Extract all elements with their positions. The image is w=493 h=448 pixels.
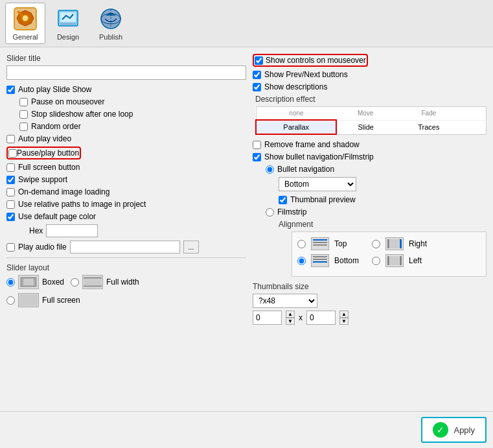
general-icon <box>12 6 38 32</box>
align-left-radio[interactable] <box>372 257 380 265</box>
svg-rect-11 <box>84 279 102 285</box>
align-right-radio[interactable] <box>372 240 380 248</box>
filmstrip-radio[interactable] <box>266 208 274 217</box>
layout-options: Boxed Full width <box>6 275 246 289</box>
bottom-dropdown[interactable]: Bottom Top Left Right <box>279 177 356 191</box>
slider-title-input[interactable] <box>6 65 246 80</box>
boxed-icon <box>18 275 39 289</box>
svg-rect-4 <box>60 23 76 25</box>
auto-play-checkbox[interactable] <box>6 86 15 94</box>
slider-layout-section: Slider layout Boxed <box>6 263 246 307</box>
use-default-color-checkbox[interactable] <box>6 213 15 221</box>
thumbnails-size-label: Thumbnails size <box>253 282 487 291</box>
remove-frame-checkbox[interactable] <box>253 141 261 149</box>
show-controls-checkbox[interactable] <box>255 56 263 65</box>
play-audio-label: Play audio file <box>18 242 67 252</box>
full-screen-button-checkbox[interactable] <box>6 163 15 172</box>
audio-file-input[interactable] <box>70 241 180 253</box>
content-area: Slider title Auto play Slide Show Pause … <box>0 47 493 411</box>
stop-slideshow-label: Stop slideshow after one loop <box>31 110 133 119</box>
effect-slide[interactable]: Slide <box>336 120 394 134</box>
show-descriptions-checkbox[interactable] <box>253 83 261 91</box>
tab-design-label: Design <box>57 33 79 41</box>
align-bottom-radio[interactable] <box>297 257 306 265</box>
align-left-label: Left <box>409 256 422 265</box>
pause-play-row: Pause/play button <box>6 147 246 159</box>
use-relative-row: Use relative paths to image in project <box>6 200 246 209</box>
svg-rect-9 <box>23 279 34 285</box>
full-screen-layout-radio[interactable] <box>6 296 15 305</box>
thumb-width-down[interactable]: ▼ <box>286 318 295 325</box>
thumb-height-input[interactable] <box>306 311 336 325</box>
effect-parallax[interactable]: Parallax <box>256 120 336 134</box>
align-top-radio[interactable] <box>297 240 306 248</box>
size-dropdown[interactable]: ?x48 48x? 48x48 <box>253 294 317 308</box>
auto-play-video-label: Auto play video <box>18 134 71 143</box>
thumb-height-up[interactable]: ▲ <box>339 311 349 318</box>
full-screen-layout-icon <box>18 293 39 307</box>
full-width-radio[interactable] <box>71 278 79 287</box>
thumb-width-up[interactable]: ▲ <box>286 311 295 318</box>
stop-slideshow-row: Stop slideshow after one loop <box>19 110 246 119</box>
effect-header-empty <box>463 107 487 121</box>
random-order-checkbox[interactable] <box>19 123 28 131</box>
alignment-section: Alignment Top <box>279 220 487 277</box>
swipe-support-checkbox[interactable] <box>6 176 15 184</box>
pause-mouseover-checkbox[interactable] <box>19 98 28 106</box>
full-screen-button-label: Full screen button <box>18 163 80 172</box>
effect-header-none: none <box>256 107 336 121</box>
on-demand-label: On-demand image loading <box>18 187 109 196</box>
random-order-row: Random order <box>19 122 246 131</box>
thumbnail-preview-checkbox[interactable] <box>279 196 287 204</box>
browse-button[interactable]: ... <box>183 241 199 253</box>
align-top-right-row: Top Right <box>297 237 481 250</box>
show-bullet-row: Show bullet navigation/Filmstrip <box>253 152 487 161</box>
boxed-option: Boxed <box>6 275 64 289</box>
auto-play-video-checkbox[interactable] <box>6 135 15 143</box>
bullet-nav-radio[interactable] <box>266 165 274 174</box>
random-order-label: Random order <box>31 122 81 131</box>
show-controls-section: Show controls on mouseover Show Prev/Nex… <box>253 54 487 135</box>
tab-design[interactable]: Design <box>48 3 88 44</box>
hex-input[interactable] <box>46 224 98 237</box>
show-controls-label: Show controls on mouseover <box>266 56 366 65</box>
alignment-grid: Top Right <box>292 231 487 277</box>
alignment-label: Alignment <box>279 220 487 229</box>
align-bottom-icon <box>311 254 329 267</box>
full-screen-button-row: Full screen button <box>6 163 246 172</box>
show-controls-row: Show controls on mouseover <box>253 54 487 67</box>
thumbnail-preview-row: Thumbnail preview <box>279 195 487 204</box>
thumb-height-down[interactable]: ▼ <box>339 318 349 325</box>
bullet-nav-label: Bullet navigation <box>277 165 334 174</box>
effect-header-fade: Fade <box>395 107 463 121</box>
design-icon <box>55 6 81 32</box>
use-relative-checkbox[interactable] <box>6 200 15 209</box>
show-prev-next-label: Show Prev/Next buttons <box>264 70 348 79</box>
boxed-radio[interactable] <box>6 278 15 287</box>
effect-traces[interactable]: Traces <box>395 120 463 134</box>
tab-general[interactable]: General <box>5 3 45 44</box>
thumb-width-input[interactable] <box>253 311 282 325</box>
show-bullet-label: Show bullet navigation/Filmstrip <box>264 152 374 161</box>
tab-general-label: General <box>12 33 38 41</box>
align-right-label: Right <box>409 239 427 248</box>
stop-slideshow-checkbox[interactable] <box>19 110 28 119</box>
svg-point-1 <box>22 15 29 21</box>
show-descriptions-label: Show descriptions <box>264 82 327 91</box>
on-demand-checkbox[interactable] <box>6 188 15 196</box>
show-bullet-checkbox[interactable] <box>253 153 261 161</box>
thumb-width-spin: ▲ ▼ <box>286 311 295 325</box>
use-default-color-label: Use default page color <box>18 212 96 221</box>
auto-play-video-row: Auto play video <box>6 134 246 143</box>
play-audio-checkbox[interactable] <box>6 243 15 252</box>
show-prev-next-checkbox[interactable] <box>253 71 261 79</box>
apply-button[interactable]: ✓ Apply <box>421 417 487 443</box>
audio-row: Play audio file ... <box>6 241 246 253</box>
thumb-height-spin: ▲ ▼ <box>339 311 349 325</box>
align-bottom-label: Bottom <box>334 256 367 265</box>
pause-play-checkbox[interactable] <box>8 149 17 158</box>
thumbnail-preview-label: Thumbnail preview <box>290 195 356 204</box>
apply-label: Apply <box>453 425 475 435</box>
tab-publish[interactable]: Publish <box>91 3 131 44</box>
thumb-row: ?x48 48x? 48x48 <box>253 294 487 308</box>
